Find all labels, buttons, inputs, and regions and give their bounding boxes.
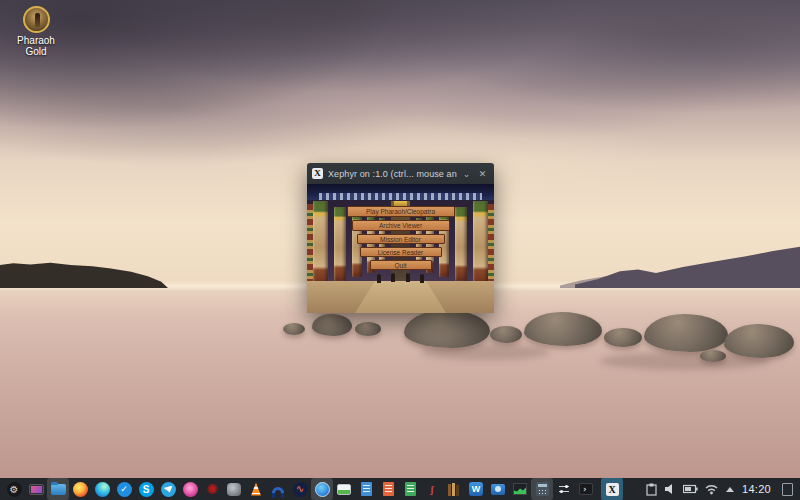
taskbar-icon-gray-app[interactable] bbox=[223, 478, 245, 500]
taskbar-icon-dolphin[interactable] bbox=[47, 478, 69, 500]
show-desktop-button[interactable] bbox=[782, 483, 793, 496]
gray-blob-icon bbox=[227, 483, 241, 496]
menu-button-play[interactable]: Play Pharaoh/Cleopatra bbox=[347, 206, 455, 217]
taskbar-icon-vlc[interactable] bbox=[245, 478, 267, 500]
rock bbox=[524, 312, 602, 346]
window-titlebar[interactable]: X Xephyr on :1.0 (ctrl... mouse and keyb… bbox=[307, 163, 494, 184]
monitor-icon bbox=[29, 484, 44, 495]
menu-button-editor[interactable]: Mission Editor bbox=[357, 234, 445, 244]
xephyr-app-icon: X bbox=[312, 168, 323, 179]
taskbar-icon-pink-app[interactable] bbox=[179, 478, 201, 500]
taskbar-icon-telegram[interactable] bbox=[157, 478, 179, 500]
rock bbox=[312, 314, 352, 336]
temple-column bbox=[473, 201, 488, 285]
temple-column bbox=[313, 201, 328, 285]
statue bbox=[406, 273, 410, 282]
headphones-icon bbox=[272, 487, 284, 496]
system-tray: 14:20 bbox=[646, 483, 797, 496]
sliders-icon bbox=[557, 483, 571, 495]
desktop-icon-pharaoh-gold[interactable]: Pharaoh Gold bbox=[8, 6, 64, 50]
rock bbox=[283, 323, 305, 335]
menu-button-archive[interactable]: Archive Viewer bbox=[352, 220, 450, 231]
gear-icon: ⚙ bbox=[7, 482, 22, 497]
statue bbox=[391, 273, 395, 282]
paper-plane-icon bbox=[161, 482, 176, 497]
pharaoh-game-screen: Play Pharaoh/Cleopatra Archive Viewer Mi… bbox=[307, 184, 494, 313]
rock bbox=[700, 350, 726, 362]
temple-column bbox=[455, 207, 467, 281]
taskbar-icon-pinwheel[interactable]: ✺ bbox=[201, 478, 223, 500]
clipboard-icon[interactable] bbox=[646, 483, 657, 496]
document-icon bbox=[383, 482, 394, 496]
document-icon bbox=[405, 482, 416, 496]
taskbar-icon-headphones[interactable] bbox=[267, 478, 289, 500]
close-icon[interactable]: ✕ bbox=[476, 169, 489, 179]
taskbar-icon-skype[interactable]: S bbox=[135, 478, 157, 500]
taskbar-icon-media-player[interactable] bbox=[25, 478, 47, 500]
firefox-icon bbox=[73, 482, 88, 497]
rock bbox=[404, 310, 490, 348]
taskbar-icon-settings[interactable] bbox=[553, 478, 575, 500]
menu-button-license[interactable]: License Reader bbox=[360, 247, 442, 257]
window-title: Xephyr on :1.0 (ctrl... mouse and keyboa… bbox=[328, 169, 457, 179]
taskbar-icon-blue-document[interactable] bbox=[355, 478, 377, 500]
globe-icon bbox=[315, 482, 330, 497]
vlc-cone-icon bbox=[250, 483, 263, 496]
xephyr-window: X Xephyr on :1.0 (ctrl... mouse and keyb… bbox=[307, 163, 494, 313]
camera-icon bbox=[491, 484, 505, 495]
desktop: Pharaoh Gold X Xephyr on :1.0 (ctrl... m… bbox=[0, 0, 800, 500]
taskbar: ⚙ ✓ S ✺ ∿ ʃ W › X bbox=[0, 478, 800, 500]
edge-icon bbox=[95, 482, 110, 497]
books-icon bbox=[448, 483, 461, 496]
taskbar-icon-sync[interactable]: ✓ bbox=[113, 478, 135, 500]
checkmark-icon: ✓ bbox=[117, 482, 132, 497]
taskbar-icon-calibre[interactable] bbox=[443, 478, 465, 500]
taskbar-icon-orange-document[interactable] bbox=[377, 478, 399, 500]
app-launcher-icon[interactable]: ⚙ bbox=[3, 478, 25, 500]
expand-tray-icon[interactable] bbox=[725, 486, 735, 493]
temple-column bbox=[334, 207, 346, 281]
pharaoh-gold-icon[interactable] bbox=[23, 6, 50, 33]
rock bbox=[355, 322, 381, 336]
rock bbox=[724, 324, 794, 358]
taskbar-task-xephyr[interactable]: X bbox=[601, 478, 623, 500]
taskbar-icon-photo-editor[interactable] bbox=[333, 478, 355, 500]
taskbar-icon-system-monitor[interactable] bbox=[509, 478, 531, 500]
writer-w-icon: W bbox=[469, 482, 483, 496]
taskbar-icon-audacity[interactable]: ∿ bbox=[289, 478, 311, 500]
taskbar-icon-terminal[interactable]: › bbox=[575, 478, 597, 500]
taskbar-icon-calculator[interactable] bbox=[531, 478, 553, 500]
battery-icon[interactable] bbox=[683, 484, 698, 494]
calculator-icon bbox=[536, 482, 549, 496]
pink-circle-icon bbox=[183, 482, 198, 497]
waveform-icon: ∿ bbox=[293, 482, 308, 497]
wifi-icon[interactable] bbox=[705, 484, 718, 495]
red-pinwheel-icon: ✺ bbox=[206, 482, 218, 497]
taskbar-icon-camera-app[interactable] bbox=[487, 478, 509, 500]
skype-icon: S bbox=[139, 482, 154, 497]
rock bbox=[604, 328, 642, 347]
taskbar-icon-writer[interactable]: W bbox=[465, 478, 487, 500]
clock[interactable]: 14:20 bbox=[742, 483, 771, 495]
taskbar-icon-firefox[interactable] bbox=[69, 478, 91, 500]
statue bbox=[377, 274, 381, 283]
statue bbox=[420, 274, 424, 283]
terminal-prompt-icon: › bbox=[579, 483, 593, 495]
photo-icon bbox=[337, 484, 351, 495]
volume-icon[interactable] bbox=[664, 483, 676, 495]
rock bbox=[490, 326, 522, 343]
chart-icon bbox=[513, 483, 527, 495]
taskbar-icon-edge[interactable] bbox=[91, 478, 113, 500]
folder-icon bbox=[51, 484, 66, 495]
taskbar-icon-green-document[interactable] bbox=[399, 478, 421, 500]
document-icon bbox=[361, 482, 372, 496]
taskbar-icon-draw-app[interactable]: ʃ bbox=[421, 478, 443, 500]
desktop-icon-label: Pharaoh Gold bbox=[8, 35, 64, 57]
taskbar-icon-globe-app[interactable] bbox=[311, 478, 333, 500]
curve-icon: ʃ bbox=[426, 483, 439, 496]
rock bbox=[644, 314, 728, 352]
chevron-down-icon[interactable]: ⌄ bbox=[460, 169, 473, 179]
game-clerestory-band bbox=[319, 193, 482, 200]
xephyr-x-icon: X bbox=[606, 483, 619, 496]
menu-button-quit[interactable]: Quit bbox=[370, 260, 432, 270]
